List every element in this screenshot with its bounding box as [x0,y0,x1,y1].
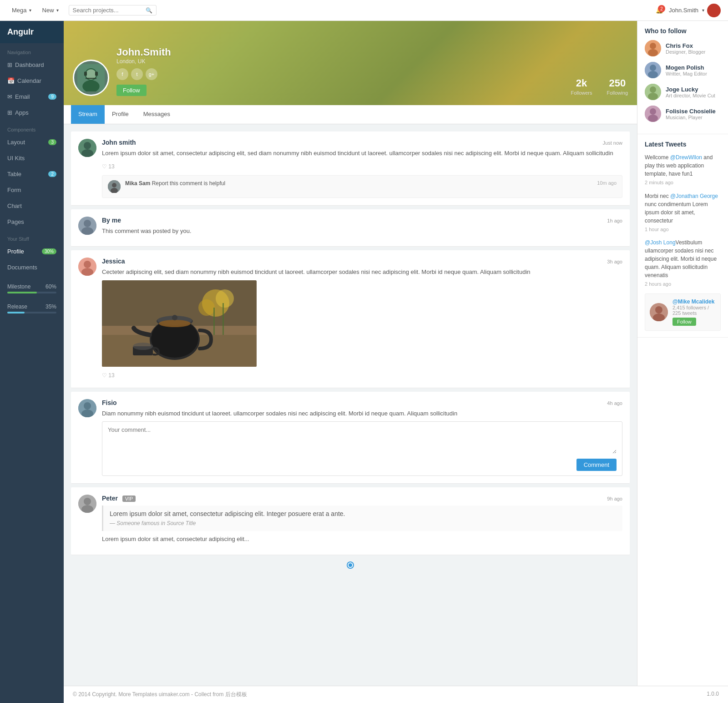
sidebar-item-label: Profile [7,248,24,255]
search-bar: 🔍 [69,5,157,15]
post-item: By me 1h ago This comment was posted by … [71,209,630,247]
post-avatar [78,217,96,235]
sidebar-item-ui-kits[interactable]: UI Kits [0,150,64,166]
post-header: Jessica 3h ago [102,258,622,265]
profile-stats: 2k Followers 250 Following [571,77,628,96]
sidebar-item-form[interactable]: Form [0,182,64,198]
comment-submit-row: Comment [108,459,617,471]
profile-social-links: f t g+ [116,68,628,80]
sidebar-item-chart[interactable]: Chart [0,198,64,214]
stream-content: John smith Just now Lorem ipsum dolor si… [64,124,637,579]
tweet-link[interactable]: @Josh Long [645,239,676,246]
page-content: John.Smith London, UK f t g+ Follow [64,21,728,703]
facebook-icon[interactable]: f [116,68,128,80]
sidebar-item-label: Chart [7,202,22,209]
tweet-time: 2 minuts ago [645,179,721,187]
svg-point-37 [133,343,153,350]
follow-item: Joge Lucky Art director, Movie Cut [645,84,721,100]
tab-stream[interactable]: Stream [71,105,105,124]
vip-badge: VIP [122,496,136,502]
sidebar-item-table[interactable]: Table 2 [0,166,64,182]
svg-rect-6 [84,72,87,76]
sidebar-item-apps[interactable]: ⊞ Apps [0,105,64,121]
tweet-text-before: Morbi nec [645,193,670,199]
sidebar-item-documents[interactable]: Documents [0,259,64,275]
post-text: Lorem ipsum dolor sit amet, consectetur … [102,149,622,158]
comment-submit-button[interactable]: Comment [576,459,617,471]
followers-label: Followers [571,90,592,96]
sidebar-item-email[interactable]: ✉ Email 9 [0,89,64,105]
release-label: Release [7,303,27,310]
comment-textarea[interactable] [108,426,617,454]
follow-item: Folisise Chosielie Musician, Player [645,106,721,122]
following-stat: 250 Following [607,77,628,96]
footer: © 2014 Copyright. More Templates uimaker… [64,686,728,703]
post-text: Diam nonummy nibh euismod tincidunt ut l… [102,409,622,418]
sidebar-item-dashboard[interactable]: ⊞ Dashboard [0,57,64,73]
sidebar-item-label: Apps [15,109,29,116]
new-menu-button[interactable]: New ▾ [38,4,63,16]
comment-item: 10m ago Mika Sam Report this comment is … [102,175,622,198]
footer-copyright: © 2014 Copyright. More Templates uimaker… [73,691,247,698]
brand-name: Angulr [7,27,34,36]
post-item: Jessica 3h ago Cecteter adipiscing elit,… [71,250,630,388]
svg-point-10 [84,142,91,149]
follow-button[interactable]: Follow [116,85,147,96]
email-icon: ✉ [7,93,12,100]
svg-point-54 [650,108,656,115]
yourstuff-section-label: Your Stuff [0,230,64,243]
google-plus-icon[interactable]: g+ [146,68,157,80]
svg-point-57 [655,306,662,314]
svg-point-49 [648,71,658,78]
user-menu-button[interactable]: John.Smith ▾ [669,4,721,17]
footer-version: 1.0.0 [707,691,719,698]
profile-name: John.Smith [116,46,628,58]
new-label: New [42,7,54,14]
layout-badge: 3 [48,139,56,145]
tweet-follow-button[interactable]: Follow [672,318,696,326]
search-input[interactable] [73,7,146,14]
post-author: Fisio [102,399,117,406]
svg-point-48 [650,65,656,71]
mega-menu-button[interactable]: Mega ▾ [7,4,36,16]
follow-avatar [645,106,661,122]
tab-messages[interactable]: Messages [136,105,177,124]
tab-profile[interactable]: Profile [105,105,136,124]
post-header: Fisio 4h ago [102,399,622,406]
sidebar-item-label: Dashboard [15,61,44,68]
sidebar-item-profile[interactable]: Profile 30% [0,243,64,259]
tweet-link[interactable]: @DrewWllon [670,154,702,161]
sidebar-item-label: Pages [7,218,24,225]
svg-point-55 [648,115,658,122]
post-author: Peter [102,495,118,502]
comment-body: 10m ago Mika Sam Report this comment is … [125,180,617,187]
sidebar-item-calendar[interactable]: 📅 Calendar [0,73,64,89]
sidebar-item-label: Calendar [17,77,41,84]
sidebar-item-pages[interactable]: Pages [0,214,64,230]
who-to-follow-title: Who to follow [645,27,721,35]
notification-button[interactable]: 🔔 2 [656,7,663,14]
follow-avatar [645,62,661,78]
post-time: Just now [603,140,622,146]
follow-item: Mogen Polish Writter, Mag Editor [645,62,721,78]
table-badge: 2 [48,171,56,177]
post-time: 4h ago [607,400,622,406]
brand-logo[interactable]: Angulr [0,21,64,43]
follow-name: Folisise Chosielie [666,108,721,115]
svg-point-45 [650,43,656,49]
svg-point-26 [198,299,215,316]
sidebar-item-layout[interactable]: Layout 3 [0,134,64,150]
tweet-link[interactable]: @Jonathan George [670,193,718,199]
profile-header: John.Smith London, UK f t g+ Follow [64,21,637,105]
topbar-right: 🔔 2 John.Smith ▾ [656,4,721,17]
post-body: Peter VIP 9h ago Lorem ipsum dolor sit a… [102,495,622,547]
tweet-user-info: @Mike Mcalidek 2,415 followers / 225 twe… [672,298,716,326]
svg-point-46 [648,49,658,56]
tweet-user-avatar [650,303,668,321]
post-avatar [78,495,96,513]
tweet-item: @Josh LongVestibulum ullamcorper sodales… [645,238,721,288]
post-avatar [78,258,96,276]
new-chevron-icon: ▾ [56,8,59,13]
twitter-icon[interactable]: t [131,68,143,80]
release-bar-fill [7,312,25,314]
